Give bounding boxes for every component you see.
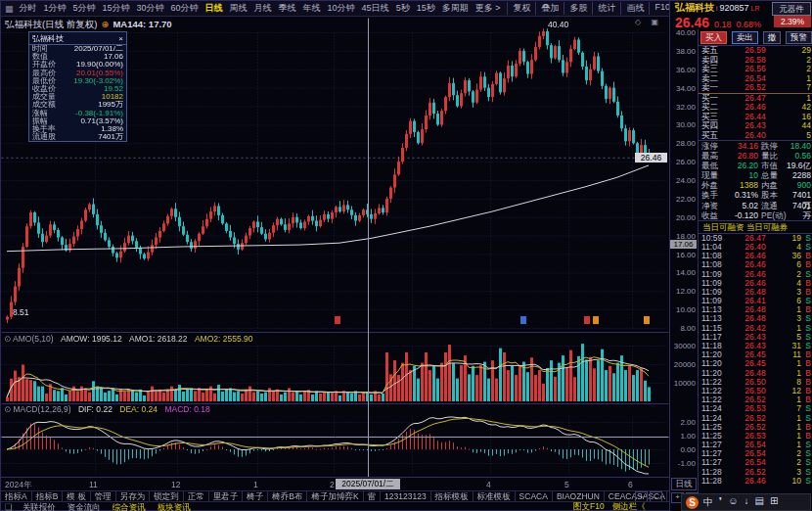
period-tab-更多 >[interactable]: 更多 > (475, 2, 501, 15)
price-tick: 32.00 (670, 103, 696, 112)
amo-tick: 20000 (670, 360, 696, 369)
period-indicator-box[interactable]: 日线 (671, 478, 697, 490)
period-tab-10分钟[interactable]: 10分钟 (328, 2, 355, 15)
chart-marker[interactable] (644, 316, 650, 324)
ask-ladder: 卖五26.5929卖四26.582卖三26.562卖二26.541卖一26.52… (699, 46, 812, 94)
sector-button[interactable]: 元器件 (772, 2, 811, 16)
detail-value: — (785, 210, 811, 220)
trade-volume: 10 (784, 477, 801, 486)
crosshair-date-label: 2025/07/01/二 (336, 479, 400, 489)
period-tab-日线[interactable]: 日线 (205, 2, 223, 15)
info-tab-综合资讯[interactable]: 综合资讯 (107, 502, 152, 511)
info-panel-title: 弘福科技 (32, 33, 64, 44)
chart-marker[interactable] (593, 316, 599, 324)
toolbar-多股-button[interactable]: 多股 (564, 2, 592, 15)
info-tab-关联报价[interactable]: 关联报价 (17, 502, 62, 511)
period-tab-15分钟[interactable]: 15分钟 (103, 2, 130, 15)
macd-indicator-header[interactable]: ⊙ MACD(12,26,9) DIF: 0.22 DEA: 0.24 MACD… (4, 404, 210, 414)
detail-label: PE(动) (761, 210, 785, 220)
sell-button[interactable]: 卖出 (732, 31, 758, 44)
price-axis: 17.06 日线 + - 40.0038.0036.0034.0032.0030… (670, 29, 698, 511)
margin-note: 当日可融资 当日可融券 (699, 221, 812, 234)
period-tab-多周期[interactable]: 多周期 (442, 2, 469, 15)
date-tick: 4 (486, 480, 491, 489)
statusbar-f10-button[interactable]: 图文F10 (573, 501, 605, 511)
toolbar-统计-button[interactable]: 统计 (592, 2, 620, 15)
quote-details: 涨停34.16跌停18.40最高26.80量比0.56最低26.20市值19.6… (699, 141, 812, 221)
price-tick: 40.00 (670, 28, 696, 37)
detail-value: 26.20 (727, 161, 758, 170)
period-tab-30分钟[interactable]: 30分钟 (137, 2, 164, 15)
bid-ladder: 买一26.471买二26.4642买三26.4416买四26.4344买五26.… (699, 94, 812, 142)
chart-marker[interactable] (335, 316, 340, 324)
price-tick: 12.00 (670, 287, 696, 296)
detail-value: 34.16 (727, 141, 758, 151)
margin-flag: LR (751, 5, 760, 12)
macd-tick: 1.00 (670, 432, 696, 441)
buy-button[interactable]: 买入 (700, 31, 727, 44)
detail-value: 2288 (785, 170, 811, 180)
ime-keyboard-icon[interactable]: ▤ (754, 495, 763, 509)
detail-label: 外盘 (701, 180, 727, 190)
detail-row: 收益(三)-0.120PE(动)— (699, 210, 812, 220)
ime-punct-icon[interactable]: ❜ (719, 495, 722, 509)
level-label: 卖一 (701, 83, 725, 93)
ime-grid-icon[interactable]: ⊞ (770, 495, 778, 509)
quote-column: 买入卖出撤预警 卖五26.5929卖四26.582卖三26.562卖二26.54… (698, 29, 812, 511)
period-tab-60分钟[interactable]: 60分钟 (171, 2, 199, 15)
ime-taskbar: S 中❜☺↓▤⊞ (681, 493, 811, 511)
toolbar-复权-button[interactable]: 复权 (507, 2, 535, 15)
detail-label: 跌停 (761, 141, 785, 151)
price-tick: 36.00 (670, 66, 696, 74)
period-tab-年线[interactable]: 年线 (303, 2, 321, 15)
quote-panel: 弘福科技 i 920857 LR 元器件 26.46 0.18 0.68% 2.… (669, 1, 812, 511)
chart-marker[interactable] (520, 316, 526, 324)
period-tab-15秒[interactable]: 15秒 (417, 2, 435, 15)
bid-row[interactable]: 买五26.405 (699, 131, 812, 141)
detail-value: 19.6亿 (785, 161, 811, 170)
period-tab-月线[interactable]: 月线 (254, 2, 272, 15)
tick-trade-list[interactable]: 10:5926.4719S11:0426.404S11:0826.4636B11… (699, 234, 812, 486)
toolbar-画线-button[interactable]: 画线 (620, 2, 649, 15)
amo-indicator-header[interactable]: ⊙ AMO(5,10) AMOW: 1995.12 AMO1: 2618.22 … (4, 334, 253, 344)
ime-download-icon[interactable]: ↓ (744, 495, 748, 509)
period-tab-5分钟[interactable]: 5分钟 (73, 2, 96, 15)
price-change: 0.18 (714, 20, 732, 29)
detail-value: 1388 (727, 180, 758, 190)
ask-row[interactable]: 卖一26.527 (699, 83, 812, 93)
sector-change-badge: 2.39% (774, 16, 811, 27)
info-tab-板块资讯[interactable]: 板块资讯 (152, 502, 197, 511)
status-bar: 图文F10侧边栏《 (573, 501, 654, 511)
ime-lang-icon[interactable]: 中 (703, 495, 713, 509)
window-icon[interactable]: ▦ (5, 4, 14, 14)
detail-label: 净资 (701, 201, 727, 210)
price-tick: 24.00 (670, 176, 696, 185)
detail-row: 最低26.20市值19.6亿 (699, 161, 812, 170)
toolbar-叠加-button[interactable]: 叠加 (535, 2, 564, 15)
detail-label: 最高 (701, 151, 727, 161)
detail-value: 18.40 (785, 141, 811, 151)
period-tab-1分钟[interactable]: 1分钟 (44, 2, 67, 15)
date-tick: 5 (564, 480, 569, 489)
detail-label: 现量 (701, 170, 727, 180)
alert-button[interactable]: 预警 (786, 31, 812, 44)
info-tabs: ❏关联报价资金流向综合资讯板块资讯 (1, 501, 669, 511)
close-icon[interactable]: × (118, 34, 123, 43)
info-icon[interactable]: i (716, 5, 718, 12)
date-tick: 12 (171, 480, 180, 489)
detail-value: 7401万 (785, 190, 811, 200)
statusbar-sidebar-button[interactable]: 侧边栏《 (612, 501, 646, 511)
info-tab-资金流向[interactable]: 资金流向 (62, 502, 107, 511)
window-restore-icon[interactable]: ❏ (1, 502, 17, 511)
period-tab-45日线[interactable]: 45日线 (362, 2, 389, 15)
chart-marker[interactable] (584, 316, 590, 324)
period-tab-季线[interactable]: 季线 (279, 2, 296, 15)
level-volume: 7 (786, 83, 811, 93)
price-tick: 30.00 (670, 120, 696, 129)
sogou-logo-icon[interactable]: S (686, 496, 699, 509)
ime-emoji-icon[interactable]: ☺ (728, 495, 738, 509)
period-tab-5秒[interactable]: 5秒 (396, 2, 410, 15)
period-tab-分时[interactable]: 分时 (20, 2, 37, 15)
period-tab-周线[interactable]: 周线 (230, 2, 248, 15)
cancel-order-button[interactable]: 撤 (763, 31, 782, 44)
